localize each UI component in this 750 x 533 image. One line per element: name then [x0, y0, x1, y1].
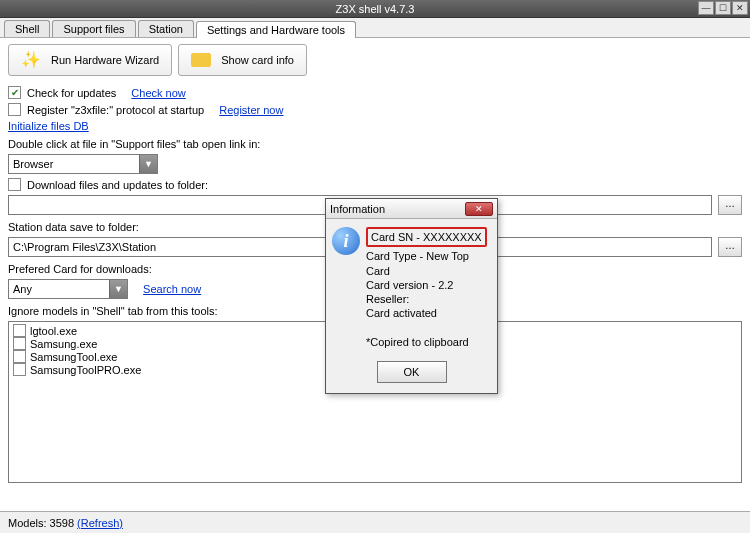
close-button[interactable]: ✕ [732, 1, 748, 15]
download-folder-label: Download files and updates to folder: [27, 179, 208, 191]
tab-station[interactable]: Station [138, 20, 194, 37]
list-item-checkbox[interactable] [13, 363, 26, 376]
copied-text: *Copired to clipboard [366, 335, 487, 349]
station-folder-label: Station data save to folder: [8, 221, 139, 233]
models-count: Models: 3598 [8, 517, 74, 529]
register-protocol-label: Register "z3xfile:" protocol at startup [27, 104, 204, 116]
card-sn-text: Card SN - XXXXXXXX [371, 231, 482, 243]
information-dialog: Information ✕ i Card SN - XXXXXXXX Card … [325, 198, 498, 394]
list-item-label: SamsungToolPRO.exe [30, 364, 141, 376]
station-folder-browse-button[interactable]: … [718, 237, 742, 257]
preferred-card-value: Any [13, 283, 32, 295]
check-now-link[interactable]: Check now [131, 87, 185, 99]
check-updates-label: Check for updates [27, 87, 116, 99]
register-protocol-checkbox[interactable] [8, 103, 21, 116]
open-link-in-value: Browser [13, 158, 53, 170]
card-sn-highlight: Card SN - XXXXXXXX [366, 227, 487, 247]
search-now-link[interactable]: Search now [143, 283, 201, 295]
tab-shell[interactable]: Shell [4, 20, 50, 37]
info-icon: i [332, 227, 360, 255]
preferred-card-label: Prefered Card for downloads: [8, 263, 152, 275]
reseller-text: Reseller: [366, 292, 487, 306]
window-titlebar: Z3X shell v4.7.3 — ☐ ✕ [0, 0, 750, 18]
download-folder-browse-button[interactable]: … [718, 195, 742, 215]
list-item-label: Samsung.exe [30, 338, 97, 350]
initialize-files-db-link[interactable]: Initialize files DB [8, 120, 89, 132]
cardinfo-label: Show card info [221, 54, 294, 66]
check-updates-checkbox[interactable]: ✔ [8, 86, 21, 99]
chevron-down-icon: ▼ [139, 155, 157, 173]
window-title: Z3X shell v4.7.3 [336, 3, 415, 15]
dblclick-label: Double click at file in "Support files" … [8, 138, 260, 150]
tab-bar: Shell Support files Station Settings and… [0, 18, 750, 38]
minimize-button[interactable]: — [698, 1, 714, 15]
run-hardware-wizard-button[interactable]: ✨ Run Hardware Wizard [8, 44, 172, 76]
register-now-link[interactable]: Register now [219, 104, 283, 116]
show-card-info-button[interactable]: Show card info [178, 44, 307, 76]
dialog-title: Information [330, 203, 385, 215]
open-link-in-select[interactable]: Browser ▼ [8, 154, 158, 174]
list-item-label: SamsungTool.exe [30, 351, 117, 363]
wizard-label: Run Hardware Wizard [51, 54, 159, 66]
download-folder-checkbox[interactable] [8, 178, 21, 191]
status-bar: Models: 3598 (Refresh) [0, 511, 750, 533]
card-icon [191, 53, 211, 67]
card-activated-text: Card activated [366, 306, 487, 320]
ignore-models-label: Ignore models in "Shell" tab from this t… [8, 305, 218, 317]
card-version-text: Card version - 2.2 [366, 278, 487, 292]
list-item-checkbox[interactable] [13, 350, 26, 363]
preferred-card-select[interactable]: Any ▼ [8, 279, 128, 299]
list-item-checkbox[interactable] [13, 324, 26, 337]
dialog-close-button[interactable]: ✕ [465, 202, 493, 216]
card-type-text: Card Type - New Top Card [366, 249, 487, 278]
chevron-down-icon: ▼ [109, 280, 127, 298]
tab-settings[interactable]: Settings and Hardware tools [196, 21, 356, 38]
wand-icon: ✨ [21, 50, 41, 70]
dialog-ok-button[interactable]: OK [377, 361, 447, 383]
maximize-button[interactable]: ☐ [715, 1, 731, 15]
list-item-checkbox[interactable] [13, 337, 26, 350]
refresh-link[interactable]: (Refresh) [77, 517, 123, 529]
list-item-label: lgtool.exe [30, 325, 77, 337]
tab-support-files[interactable]: Support files [52, 20, 135, 37]
